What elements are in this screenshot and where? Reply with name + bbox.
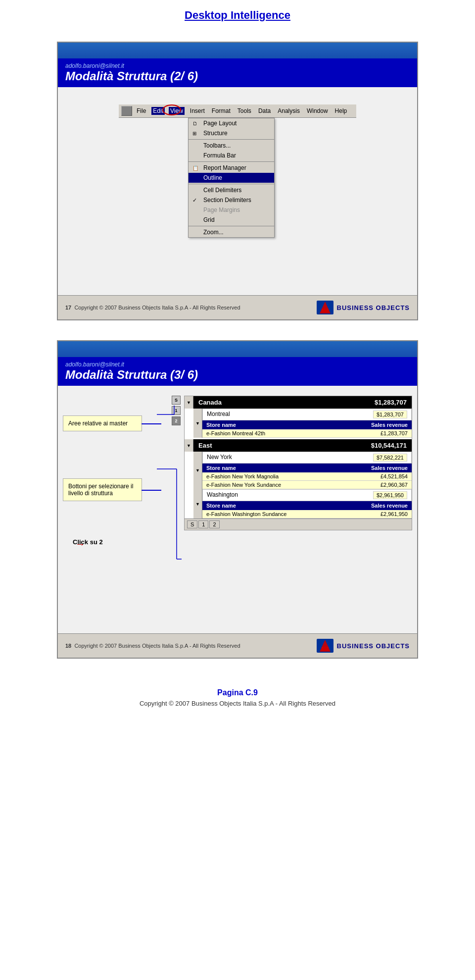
store-wash-sundance: e-Fashion Washington Sundance £2,961,950 — [202, 510, 412, 518]
pagina-label: Pagina C.9 — [0, 688, 475, 697]
click-label-container: Click su 2 → — [63, 538, 162, 550]
tab-1[interactable]: 1 — [198, 520, 208, 528]
slide1-email: adolfo.baroni@silnet.it — [65, 62, 410, 69]
view-dropdown: 🗋 Page Layout ⊞ Structure Toolbars... Fo… — [188, 118, 275, 238]
menu-formula-bar[interactable]: Formula Bar — [189, 151, 274, 160]
slide1-header: adolfo.baroni@silnet.it Modalità Struttu… — [58, 43, 417, 87]
separator1 — [189, 139, 274, 140]
slide2-email: adolfo.baroni@silnet.it — [65, 361, 410, 368]
menu-view[interactable]: View — [169, 107, 185, 115]
svg-rect-10 — [322, 647, 329, 651]
slide1-title: Modalità Struttura (2/ 6) — [65, 69, 410, 83]
store-name-wash-sundance: e-Fashion Washington Sundance — [202, 510, 352, 518]
montreal-section: ▼ Montreal $1,283,707 Store name Sales r… — [193, 409, 412, 438]
slide2-content: Aree relative ai master Bottoni per sele… — [58, 386, 417, 633]
app-icon — [121, 106, 132, 116]
washington-col-headers: Store name Sales revenue — [202, 501, 412, 510]
annotation-buttons: Bottoni per selezionare il livello di st… — [63, 478, 142, 501]
washington-expand-btn[interactable]: ▼ — [193, 489, 202, 518]
menu-window[interactable]: Window — [305, 107, 330, 115]
slide2-page-num: 18 Copyright © 2007 Business Objects Ita… — [65, 643, 240, 649]
store-value-ny-sundance: £2,960,367 — [352, 481, 412, 489]
east-name: East — [198, 442, 212, 449]
newyork-section: ▼ New York $7,582,221 Store name Sales r… — [193, 452, 412, 489]
washington-name: Washington — [207, 491, 238, 499]
menu-structure[interactable]: ⊞ Structure — [189, 128, 274, 138]
east-expand-btn[interactable]: ▼ — [185, 439, 193, 452]
separator2 — [189, 161, 274, 162]
menubar: File Edit View Insert Format Tools Data … — [119, 104, 356, 118]
outline-btn-s[interactable]: S — [172, 396, 181, 405]
page-title: Desktop Intelligence — [0, 9, 475, 22]
col-sales-rev-2: Sales revenue — [352, 464, 412, 472]
store-value-wash-sundance: £2,961,950 — [352, 510, 412, 518]
footer-copyright: Copyright © 2007 Business Objects Italia… — [0, 700, 475, 707]
outline-btn-2[interactable]: 2 — [172, 416, 181, 425]
menu-format[interactable]: Format — [210, 107, 232, 115]
col-store-name-3: Store name — [202, 501, 352, 510]
slide2-container: adolfo.baroni@silnet.it Modalità Struttu… — [57, 340, 418, 659]
store-montreal-42th: e-Fashion Montreal 42th £1,283,707 — [202, 429, 412, 438]
montreal-name: Montreal — [207, 411, 230, 418]
annotation-panel: Aree relative ai master Bottoni per sele… — [63, 391, 162, 628]
canada-expand-btn[interactable]: ▼ — [185, 396, 193, 409]
store-ny-sundance: e-Fashion New York Sundance £2,960,367 — [202, 481, 412, 489]
menu-page-layout[interactable]: 🗋 Page Layout — [189, 118, 274, 128]
canada-row: Canada $1,283,707 — [193, 396, 412, 409]
menu-analysis[interactable]: Analysis — [276, 107, 301, 115]
menu-edit[interactable]: Edit — [151, 107, 165, 115]
menubar-items: File Edit View Insert Format Tools Data … — [135, 107, 348, 115]
newyork-col-headers: Store name Sales revenue — [202, 464, 412, 472]
montreal-expand-btn[interactable]: ▼ — [193, 409, 202, 438]
menu-section-delimiters[interactable]: ✓ Section Delimiters — [189, 195, 274, 205]
separator4 — [189, 226, 274, 226]
menu-tools[interactable]: Tools — [236, 107, 253, 115]
page-header: Desktop Intelligence — [0, 0, 475, 27]
col-sales-rev-1: Sales revenue — [352, 420, 412, 429]
newyork-expand-btn[interactable]: ▼ — [193, 452, 202, 489]
menu-data[interactable]: Data — [257, 107, 272, 115]
canada-section: ▼ Canada $1,283,707 — [185, 396, 412, 409]
checkmark-icon: ✓ — [192, 197, 197, 204]
newyork-value: $7,582,221 — [373, 454, 407, 462]
slide2-title: Modalità Struttura (3/ 6) — [65, 368, 410, 382]
east-row: East $10,544,171 — [193, 439, 412, 452]
store-value-ny-magnolia: £4,521,854 — [352, 472, 412, 480]
store-name-ny-magnolia: e-Fashion New York Magnolia — [202, 472, 352, 480]
report-manager-icon: 📋 — [192, 165, 198, 171]
slide1-page-num: 17 Copyright © 2007 Business Objects Ita… — [65, 305, 240, 310]
east-section: ▼ East $10,544,171 — [185, 439, 412, 452]
bo-logo-icon — [316, 300, 334, 315]
menu-outline[interactable]: Outline — [189, 173, 274, 183]
menu-page-margins[interactable]: Page Margins — [189, 205, 274, 215]
structure-icon: ⊞ — [192, 131, 196, 136]
store-ny-magnolia: e-Fashion New York Magnolia £4,521,854 — [202, 472, 412, 481]
tab-s[interactable]: S — [187, 520, 197, 528]
slide1-footer: 17 Copyright © 2007 Business Objects Ita… — [58, 295, 417, 319]
east-value: $10,544,171 — [371, 442, 407, 449]
menu-report-manager[interactable]: 📋 Report Manager — [189, 163, 274, 173]
svg-rect-2 — [322, 309, 329, 312]
data-area: S 1 2 ▼ Canada $1,283,707 ▼ — [169, 391, 412, 628]
store-name-ny-sundance: e-Fashion New York Sundance — [202, 481, 352, 489]
montreal-col-headers: Store name Sales revenue — [202, 420, 412, 429]
data-table: ▼ Canada $1,283,707 ▼ Montreal $1,283,70… — [184, 396, 412, 530]
montreal-row: Montreal $1,283,707 — [202, 409, 412, 420]
menu-zoom[interactable]: Zoom... — [189, 227, 274, 237]
outline-btn-1[interactable]: 1 — [172, 406, 181, 415]
slide2-header: adolfo.baroni@silnet.it Modalità Struttu… — [58, 341, 417, 386]
menu-grid[interactable]: Grid — [189, 215, 274, 225]
tab-2[interactable]: 2 — [209, 520, 219, 528]
menu-help[interactable]: Help — [333, 107, 349, 115]
menu-file[interactable]: File — [135, 107, 147, 115]
store-value-montreal-42th: £1,283,707 — [352, 429, 412, 437]
slide1-container: adolfo.baroni@silnet.it Modalità Struttu… — [57, 42, 418, 320]
menu-insert[interactable]: Insert — [189, 107, 206, 115]
menu-toolbars[interactable]: Toolbars... — [189, 141, 274, 151]
col-store-name-1: Store name — [202, 420, 352, 429]
bo-logo-icon-2 — [316, 638, 334, 654]
menu-cell-delimiters[interactable]: Cell Delimiters — [189, 185, 274, 195]
newyork-row: New York $7,582,221 — [202, 452, 412, 464]
canada-name: Canada — [198, 399, 222, 406]
page-layout-icon: 🗋 — [192, 121, 197, 126]
